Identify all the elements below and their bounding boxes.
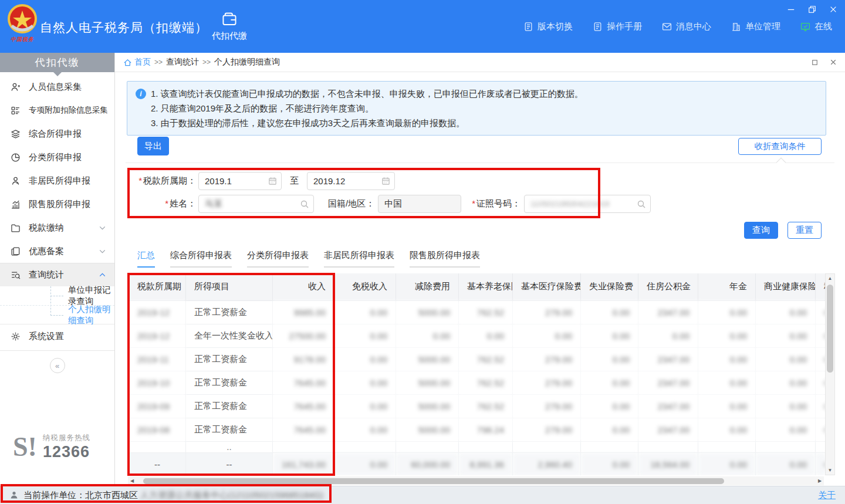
maximize-icon[interactable] [810, 57, 819, 67]
close-icon[interactable] [829, 57, 838, 67]
sidebar-collapse: « [0, 350, 114, 373]
cell-period: 2019-11 [129, 347, 186, 371]
close-icon[interactable] [827, 4, 839, 15]
cell-value [756, 441, 816, 452]
top-menu-item-2[interactable]: 消息中心 [662, 21, 711, 32]
cell-value-1: 0.00 [334, 394, 396, 418]
restore-icon[interactable] [806, 4, 818, 15]
cell-value-2: 5000.00 [396, 394, 459, 418]
scroll-left-icon[interactable]: ◀ [128, 476, 136, 485]
info-icon: i [136, 89, 146, 99]
search-icon[interactable] [637, 199, 646, 209]
chevron-down-icon [97, 246, 107, 256]
cell-value-5: 0.00 [581, 300, 638, 324]
top-menu-item-0[interactable]: 版本切换 [523, 21, 573, 32]
cell-value-1: 0.00 [334, 347, 396, 371]
current-unit-prefix: 北京市西城区 [85, 490, 138, 501]
scroll-up-icon[interactable]: ▲ [826, 274, 834, 283]
pie-chart-icon [11, 153, 21, 163]
period-from-input[interactable]: 2019.1 [198, 172, 282, 190]
layers-icon [11, 129, 21, 139]
person-plus-icon [11, 82, 21, 92]
vertical-scrollbar[interactable]: ▲ ▼ [825, 273, 835, 475]
export-button[interactable]: 导出 [137, 137, 169, 155]
cell-value-3: 762.52 [459, 371, 513, 394]
scroll-right-icon[interactable]: ▶ [816, 476, 824, 485]
breadcrumb-home[interactable]: 首页 [123, 57, 151, 67]
folder-icon [11, 223, 21, 233]
search-icon[interactable] [300, 199, 309, 209]
tab-4[interactable]: 限售股所得申报表 [410, 250, 480, 268]
sidebar-item-3[interactable]: 分类所得申报 [0, 146, 114, 169]
horizontal-scroll-thumb[interactable] [143, 478, 724, 484]
sidebar-item-7[interactable]: 优惠备案 [0, 239, 114, 263]
sidebar-item-9[interactable]: 系统设置 [0, 324, 114, 348]
id-number-label: *证照号码： [472, 198, 520, 209]
cell-value-0: 27500.00 [273, 324, 334, 347]
document-icon [593, 22, 603, 32]
search-list-icon [11, 270, 21, 280]
vertical-scroll-thumb[interactable] [827, 285, 833, 373]
id-number-input[interactable]: 110502199304221019 [524, 195, 651, 213]
name-input[interactable]: 马某 [198, 195, 314, 213]
cell-value-4: 0.00 [513, 324, 581, 347]
calendar-icon[interactable] [268, 177, 277, 185]
sidebar-item-label: 税款缴纳 [29, 222, 89, 234]
minimize-icon[interactable] [785, 4, 797, 15]
breadcrumb-separator: >> [202, 58, 211, 66]
cell-value-7: 0.00 [698, 300, 756, 324]
tab-0[interactable]: 汇总 [137, 250, 155, 268]
filter-row-person: *姓名： 马某 国籍/地区： 中国 *证照号码： 110502199304221… [128, 195, 651, 213]
sidebar-item-6[interactable]: 税款缴纳 [0, 216, 114, 239]
cell-period: 2019-12 [129, 300, 186, 324]
wallet-icon [221, 12, 238, 27]
sidebar-item-label: 分类所得申报 [29, 152, 107, 163]
cell-value [513, 441, 581, 452]
tab-3[interactable]: 非居民所得申报表 [324, 250, 394, 268]
sidebar-item-5[interactable]: 限售股所得申报 [0, 192, 114, 216]
table-row: 2019-10正常工资薪金7645.000.005000.00762.52279… [129, 371, 826, 394]
building-icon [731, 22, 741, 32]
query-button[interactable]: 查询 [744, 222, 778, 239]
sidebar-subitem-8-1[interactable]: 个人扣缴明细查询 [0, 305, 114, 324]
cell-value-7: 0.00 [698, 394, 756, 418]
calendar-icon[interactable] [381, 177, 390, 185]
scroll-down-icon[interactable]: ▼ [826, 466, 834, 475]
cell-income-item: 正常工资薪金 [186, 300, 273, 324]
cell-value-9: 0.00 [816, 371, 826, 394]
cell-value-3: 8,991.36 [459, 452, 513, 475]
sidebar-item-0[interactable]: 人员信息采集 [0, 75, 114, 99]
top-menu-item-3[interactable]: 单位管理 [731, 21, 780, 32]
nationality-label: 国籍/地区： [328, 198, 374, 209]
collapse-filter-button[interactable]: 收折查询条件 [738, 138, 822, 155]
about-link[interactable]: 关于 [818, 490, 836, 501]
sidebar-item-4[interactable]: 非居民所得申报 [0, 169, 114, 192]
collapse-sidebar-button[interactable]: « [50, 358, 65, 373]
bar-chart-icon [11, 199, 21, 209]
tab-1[interactable]: 综合所得申报表 [170, 250, 232, 268]
sidebar-item-8[interactable]: 查询统计 [0, 263, 114, 286]
top-menu-item-1[interactable]: 操作手册 [593, 21, 642, 32]
reset-button[interactable]: 重置 [787, 222, 822, 239]
mail-icon [662, 22, 672, 32]
sidebar-item-2[interactable]: 综合所得申报 [0, 122, 114, 146]
cell-value [816, 441, 826, 452]
cell-value [459, 441, 513, 452]
cell-value-2: 0.00 [396, 324, 459, 347]
top-menu-item-4[interactable]: 在线 [800, 21, 832, 32]
person-icon [11, 176, 21, 186]
top-tab-withholding[interactable]: 代扣代缴 [204, 0, 255, 53]
name-value-masked: 马某 [205, 198, 222, 209]
period-to-input[interactable]: 2019.12 [307, 172, 395, 190]
sidebar-item-1[interactable]: 专项附加扣除信息采集 [0, 99, 114, 122]
breadcrumb-item[interactable]: 查询统计 [166, 57, 199, 67]
cell-value-8: 0.00 [756, 418, 816, 441]
result-table: 税款所属期所得项目收入免税收入减除费用基本养老保险费基本医疗保险费失业保险费住房… [128, 273, 825, 475]
column-header-2: 收入 [273, 273, 334, 300]
sidebar-item-label: 人员信息采集 [29, 82, 107, 93]
horizontal-scrollbar[interactable]: ◀ ▶ [128, 476, 824, 485]
nationality-input: 中国 [378, 195, 461, 213]
tab-2[interactable]: 分类所得申报表 [247, 250, 309, 268]
sidebar-subitem-8-0[interactable]: 单位申报记录查询 [0, 286, 114, 305]
cell-value-9: 0.00 [816, 418, 826, 441]
